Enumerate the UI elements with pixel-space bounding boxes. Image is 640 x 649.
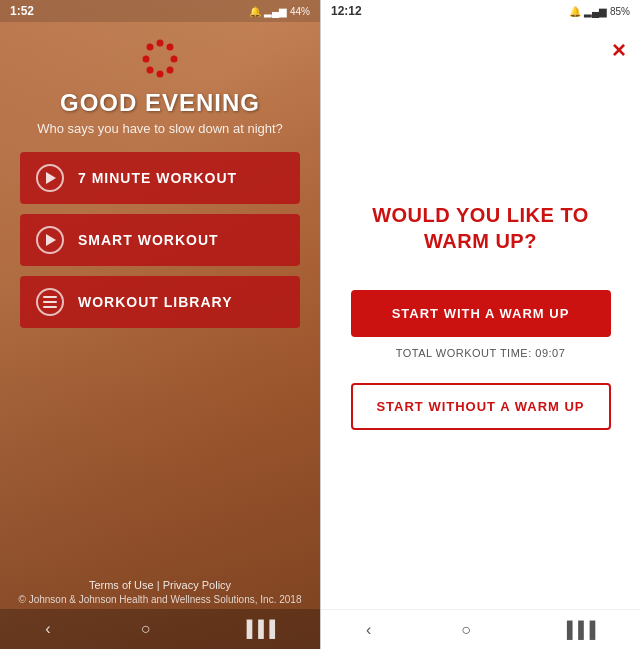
hamburger-icon bbox=[43, 296, 57, 308]
smart-workout-button[interactable]: SMART WORKOUT bbox=[20, 214, 300, 266]
play-icon-1 bbox=[36, 164, 64, 192]
svg-point-3 bbox=[167, 67, 174, 74]
footer-copyright: © Johnson & Johnson Health and Wellness … bbox=[0, 594, 320, 605]
back-icon-left[interactable]: ‹ bbox=[45, 620, 50, 638]
status-icons-left: 🔔 ▂▄▆ 44% bbox=[249, 6, 310, 17]
menu-buttons: 7 MINUTE WORKOUT SMART WORKOUT WORKOUT L… bbox=[0, 152, 320, 328]
left-footer: Terms of Use | Privacy Policy © Johnson … bbox=[0, 579, 320, 605]
status-bar-right: 12:12 🔔 ▂▄▆ 85% bbox=[321, 0, 640, 22]
svg-point-4 bbox=[157, 71, 164, 78]
recents-icon-right[interactable]: ▐▐▐ bbox=[561, 621, 595, 639]
svg-point-2 bbox=[171, 56, 178, 63]
svg-point-7 bbox=[147, 44, 154, 51]
signal-icon: ▂▄▆ bbox=[264, 6, 287, 17]
svg-point-1 bbox=[167, 44, 174, 51]
time-left: 1:52 bbox=[10, 4, 34, 18]
svg-point-6 bbox=[143, 56, 150, 63]
start-with-warm-up-button[interactable]: START WITH A WARM UP bbox=[351, 290, 611, 337]
close-button[interactable]: × bbox=[612, 36, 626, 64]
notification-icon-right: 🔔 bbox=[569, 6, 581, 17]
logo-area bbox=[0, 22, 320, 89]
workout-time-text: TOTAL WORKOUT TIME: 09:07 bbox=[396, 347, 566, 359]
left-panel: 1:52 🔔 ▂▄▆ 44% GOOD EVENING Who says you… bbox=[0, 0, 320, 649]
home-icon-left[interactable]: ○ bbox=[141, 620, 151, 638]
greeting-title: GOOD EVENING bbox=[20, 89, 300, 117]
battery-right: 85% bbox=[610, 6, 630, 17]
right-content: WOULD YOU LIKE TO WARM UP? START WITH A … bbox=[321, 22, 640, 609]
home-icon-right[interactable]: ○ bbox=[461, 621, 471, 639]
warm-up-question: WOULD YOU LIKE TO WARM UP? bbox=[341, 202, 620, 254]
play-icon-2 bbox=[36, 226, 64, 254]
right-panel: 12:12 🔔 ▂▄▆ 85% × WOULD YOU LIKE TO WARM… bbox=[321, 0, 640, 649]
svg-point-5 bbox=[147, 67, 154, 74]
start-without-warm-up-button[interactable]: START WITHOUT A WARM UP bbox=[351, 383, 611, 430]
app-logo bbox=[138, 37, 182, 81]
smart-workout-label: SMART WORKOUT bbox=[78, 232, 219, 248]
back-icon-right[interactable]: ‹ bbox=[366, 621, 371, 639]
greeting-area: GOOD EVENING Who says you have to slow d… bbox=[0, 89, 320, 152]
status-icons-right: 🔔 ▂▄▆ 85% bbox=[569, 6, 630, 17]
svg-point-0 bbox=[157, 40, 164, 47]
start-no-warm-label: START WITHOUT A WARM UP bbox=[376, 399, 584, 414]
play-triangle-2 bbox=[46, 234, 56, 246]
play-triangle-1 bbox=[46, 172, 56, 184]
status-bar-left: 1:52 🔔 ▂▄▆ 44% bbox=[0, 0, 320, 22]
greeting-subtitle: Who says you have to slow down at night? bbox=[20, 121, 300, 136]
seven-minute-label: 7 MINUTE WORKOUT bbox=[78, 170, 237, 186]
nav-bar-left: ‹ ○ ▐▐▐ bbox=[0, 609, 320, 649]
time-right: 12:12 bbox=[331, 4, 362, 18]
workout-library-button[interactable]: WORKOUT LIBRARY bbox=[20, 276, 300, 328]
close-icon: × bbox=[612, 36, 626, 63]
nav-bar-right: ‹ ○ ▐▐▐ bbox=[321, 609, 640, 649]
battery-left: 44% bbox=[290, 6, 310, 17]
signal-icon-right: ▂▄▆ bbox=[584, 6, 607, 17]
recents-icon-left[interactable]: ▐▐▐ bbox=[241, 620, 275, 638]
start-warm-label: START WITH A WARM UP bbox=[392, 306, 570, 321]
seven-minute-button[interactable]: 7 MINUTE WORKOUT bbox=[20, 152, 300, 204]
footer-links: Terms of Use | Privacy Policy bbox=[0, 579, 320, 591]
workout-library-label: WORKOUT LIBRARY bbox=[78, 294, 232, 310]
menu-icon bbox=[36, 288, 64, 316]
notification-icon: 🔔 bbox=[249, 6, 261, 17]
